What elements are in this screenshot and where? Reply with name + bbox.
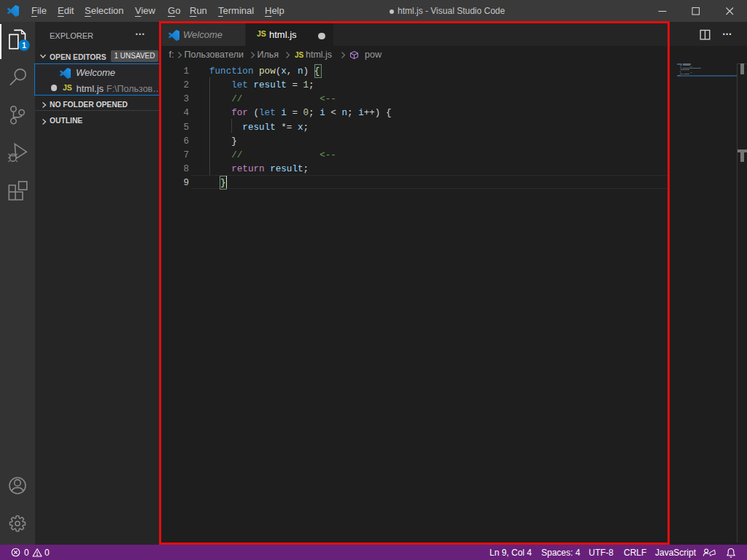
- svg-text:1: 1: [22, 42, 26, 50]
